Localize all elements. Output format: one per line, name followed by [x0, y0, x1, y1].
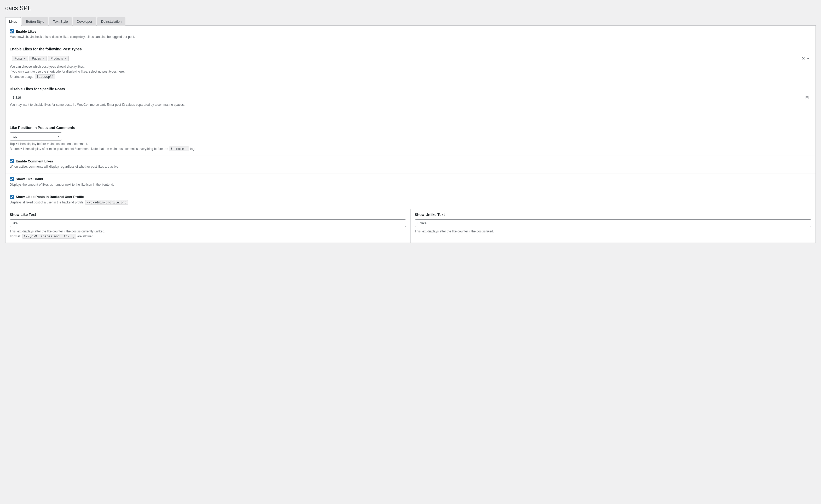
unlike-text-input[interactable] [415, 219, 811, 227]
like-text-col: Show Like Text This text displays after … [5, 209, 410, 243]
unlike-text-title: Show Unlike Text [415, 213, 811, 217]
tag-pages: Pages × [30, 56, 46, 61]
disable-posts-help: You may want to disable likes for some p… [10, 102, 811, 107]
text-columns: Show Like Text This text displays after … [5, 209, 816, 243]
post-types-help: You can choose which post types should d… [10, 64, 811, 79]
like-count-help: Displays the amount of likes as number n… [10, 182, 811, 187]
position-select-wrap: top bottom ▾ [10, 132, 62, 140]
tab-developer[interactable]: Developer [73, 17, 96, 26]
comment-likes-help: When active, comments will display regar… [10, 164, 811, 169]
page-title: oacs SPL [5, 3, 816, 14]
comment-likes-section: Enable Comment Likes When active, commen… [5, 155, 816, 173]
like-count-section: Show Like Count Displays the amount of l… [5, 173, 816, 191]
post-types-title: Enable Likes for the following Post Type… [10, 47, 811, 51]
like-text-title: Show Like Text [10, 213, 406, 217]
post-types-input[interactable]: Posts × Pages × Products × ✕ ▾ [10, 54, 811, 63]
position-title: Like Position in Posts and Comments [10, 126, 811, 130]
comment-likes-label[interactable]: Enable Comment Likes [10, 159, 811, 163]
profile-path-code: /wp-admin/profile.php [85, 200, 128, 205]
tags-clear-button[interactable]: ✕ [802, 56, 805, 61]
tag-pages-remove[interactable]: × [42, 57, 44, 60]
disable-posts-input[interactable] [10, 94, 811, 101]
like-text-input[interactable] [10, 219, 406, 227]
settings-panel: Enable Likes Masterswitch. Uncheck this … [5, 26, 816, 243]
like-count-label[interactable]: Show Like Count [10, 177, 811, 181]
disable-posts-section: Disable Likes for Specific Posts ⊞ You m… [5, 83, 816, 111]
tags-actions: ✕ ▾ [802, 56, 809, 61]
tag-products-remove[interactable]: × [64, 57, 66, 60]
post-types-section: Enable Likes for the following Post Type… [5, 43, 816, 83]
unlike-text-col: Show Unlike Text This text displays afte… [410, 209, 816, 243]
like-text-help: This text displays after the like counte… [10, 229, 406, 239]
enable-likes-label[interactable]: Enable Likes [10, 29, 811, 33]
more-tag-code: !--more-- [169, 146, 189, 151]
enable-likes-checkbox[interactable] [10, 29, 14, 33]
like-count-checkbox[interactable] [10, 177, 14, 181]
liked-posts-section: Show Liked Posts in Backend User Profile… [5, 191, 816, 209]
disable-posts-input-wrap: ⊞ [10, 94, 811, 101]
tab-text-style[interactable]: Text Style [49, 17, 72, 26]
tab-deinstallation[interactable]: Deinstallation [97, 17, 125, 26]
enable-likes-section: Enable Likes Masterswitch. Uncheck this … [5, 26, 816, 43]
position-section: Like Position in Posts and Comments top … [5, 122, 816, 155]
like-text-format-code: A-Z,0-9, spaces and _!?-:., [22, 234, 76, 239]
nav-tabs: Likes Button Style Text Style Developer … [5, 17, 816, 26]
tag-posts: Posts × [12, 56, 28, 61]
liked-posts-help: Displays all liked post of a user in the… [10, 200, 811, 205]
tags-dropdown-button[interactable]: ▾ [807, 56, 809, 61]
shortcode-display: [oacsspl] [35, 74, 55, 79]
liked-posts-checkbox[interactable] [10, 195, 14, 199]
comment-likes-checkbox[interactable] [10, 159, 14, 163]
tag-products: Products × [48, 56, 69, 61]
input-table-icon: ⊞ [805, 95, 809, 100]
tag-posts-remove[interactable]: × [24, 57, 26, 60]
tab-likes[interactable]: Likes [5, 17, 21, 26]
unlike-text-help: This text displays after the like counte… [415, 229, 811, 234]
enable-likes-help: Masterswitch. Uncheck this to disable li… [10, 34, 811, 39]
disable-posts-title: Disable Likes for Specific Posts [10, 87, 811, 91]
position-select[interactable]: top bottom [10, 132, 62, 140]
spacer [5, 111, 816, 122]
tab-button-style[interactable]: Button Style [22, 17, 48, 26]
liked-posts-label[interactable]: Show Liked Posts in Backend User Profile [10, 195, 811, 199]
position-help: Top = Likes display before main post con… [10, 142, 811, 151]
